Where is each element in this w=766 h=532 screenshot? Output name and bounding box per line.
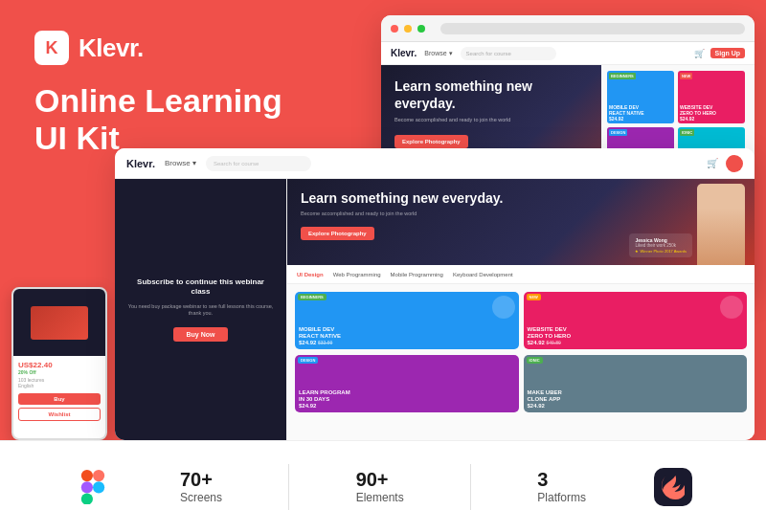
platforms-number: 3 (537, 469, 586, 491)
search-bar-browser[interactable]: Search for course (461, 47, 556, 60)
app-course-card-2[interactable]: NEW WEBSITE DEVZERO TO HERO $24.92 $40.8… (524, 292, 748, 349)
app-hero-person (697, 184, 745, 265)
platforms-label: Platforms (537, 491, 586, 504)
webinar-sub: You need buy package webinar to see full… (126, 303, 275, 318)
app-hero-cta[interactable]: Explore Photography (301, 227, 374, 240)
tab-ui-design[interactable]: UI Design (297, 272, 324, 277)
avatar-app[interactable] (726, 155, 743, 172)
tablet-wishlist-btn[interactable]: Wishlist (18, 408, 101, 421)
tab-web-prog[interactable]: Web Programming (333, 272, 381, 277)
app-search-bar[interactable]: Search for course (206, 156, 311, 171)
divider-1 (288, 464, 289, 510)
nav-actions-browser: 🛒 Sign Up (694, 48, 745, 58)
badge-4: IONIC (527, 357, 543, 364)
instructor-avatar-2 (720, 296, 743, 319)
app-browse-label[interactable]: Browse ▾ (165, 159, 196, 167)
tablet-hero-img (31, 306, 88, 340)
elements-stat: 90+ Elements (356, 469, 404, 504)
webinar-title: Subscribe to continue this webinar class (126, 277, 275, 298)
tagline: Online Learning UI Kit (34, 82, 329, 157)
app-hero-title: Learn something new everyday. (301, 190, 741, 207)
platforms-stat: 3 Platforms (537, 469, 586, 504)
app-nav: Klevr. Browse ▾ Search for course 🛒 (115, 148, 755, 179)
signup-btn-browser[interactable]: Sign Up (710, 48, 745, 58)
maximize-dot[interactable] (417, 25, 425, 33)
app-browse-browser: Browse ▾ (424, 50, 452, 57)
svg-point-4 (93, 481, 104, 493)
course-card-1[interactable]: BEGINNERS MOBILE DEVREACT NATIVE $24.92 (607, 71, 674, 123)
tablet-language: English (18, 383, 101, 388)
minimize-dot[interactable] (404, 25, 412, 33)
course-card-2[interactable]: NEW WEBSITE DEVZERO TO HERO $24.92 (678, 71, 745, 123)
stats-bar: 70+ Screens 90+ Elements 3 Platforms (0, 440, 766, 532)
svg-rect-1 (93, 470, 104, 481)
svg-rect-0 (80, 470, 92, 481)
webinar-buy-btn[interactable]: Buy Now (173, 327, 229, 342)
app-course-grid: BEGINNERS MOBILE DEVREACT NATIVE $24.92 … (287, 284, 755, 440)
winner-badge: Jessica Wong Liked their work 250k ★ Win… (629, 233, 692, 257)
app-hero-strip: Learn something new everyday. Become acc… (287, 179, 755, 265)
tablet-buy-btn[interactable]: Buy (18, 393, 101, 405)
badge-beginners: BEGINNERS (609, 73, 636, 79)
app-nav-icons: 🛒 (707, 155, 743, 172)
logo-row: K Klevr. (34, 31, 329, 65)
cart-icon-browser[interactable]: 🛒 (694, 49, 705, 58)
app-nav-logo-browser: Klevr. (391, 48, 417, 58)
badge-design: DESIGN (609, 129, 627, 136)
webinar-popup: Subscribe to continue this webinar class… (115, 179, 286, 440)
course-info-3: LEARN PROGRAMIN 30 DAYS $24.92 (299, 389, 515, 409)
screens-stat: 70+ Screens (180, 469, 222, 504)
brand-logo-icon: K (34, 31, 69, 65)
svg-rect-5 (654, 468, 692, 506)
category-tabs: UI Design Web Programming Mobile Program… (287, 265, 755, 284)
course-info-1: MOBILE DEVREACT NATIVE $24.92 $32.90 (299, 326, 515, 345)
browser-bar (381, 15, 755, 42)
tablet-mockup: US$22.40 20% Off 103 lectures English Bu… (11, 287, 107, 440)
hero-cta-browser[interactable]: Explore Photography (394, 135, 468, 148)
lesson-panel: Subscribe to continue this webinar class… (115, 179, 287, 440)
app-mockup: Klevr. Browse ▾ Search for course 🛒 Subs… (115, 148, 755, 440)
svg-rect-3 (80, 493, 92, 504)
swift-icon (652, 466, 694, 508)
app-body: Subscribe to continue this webinar class… (115, 179, 755, 440)
hero-subtitle-browser: Become accomplished and ready to join th… (394, 117, 588, 122)
badge-3: DESIGN (298, 357, 318, 364)
tablet-discount: 20% Off (18, 369, 101, 375)
app-course-card-4[interactable]: IONIC MAKE UBERCLONE APP $24.92 (524, 355, 748, 412)
badge-new: NEW (680, 73, 692, 79)
instructor-avatar-1 (492, 296, 515, 319)
course-row-1: BEGINNERS MOBILE DEVREACT NATIVE $24.92 … (607, 71, 749, 123)
course-info-2: WEBSITE DEVZERO TO HERO $24.92 $40.80 (528, 326, 744, 345)
svg-rect-2 (80, 481, 92, 493)
app-hero-subtitle: Become accomplished and ready to join th… (301, 211, 741, 216)
tab-keyboard[interactable]: Keyboard Development (453, 272, 513, 277)
course-row-1-app: BEGINNERS MOBILE DEVREACT NATIVE $24.92 … (295, 292, 747, 349)
close-dot[interactable] (391, 25, 398, 33)
figma-icon (72, 466, 114, 508)
tablet-hero (13, 289, 105, 356)
brand-name: Klevr. (79, 33, 144, 63)
tablet-price: US$22.40 (18, 361, 101, 369)
cart-icon-app[interactable]: 🛒 (707, 158, 718, 168)
elements-label: Elements (356, 491, 404, 504)
screens-label: Screens (180, 491, 222, 504)
divider-2 (470, 464, 471, 510)
badge-1: BEGINNERS (298, 294, 327, 300)
app-logo: Klevr. (126, 158, 155, 169)
course-row-2-app: DESIGN LEARN PROGRAMIN 30 DAYS $24.92 IO… (295, 355, 747, 412)
screens-number: 70+ (180, 469, 222, 491)
address-bar (440, 23, 745, 34)
app-right-panel: Learn something new everyday. Become acc… (287, 179, 755, 440)
badge-2: NEW (527, 294, 541, 300)
app-course-card-1[interactable]: BEGINNERS MOBILE DEVREACT NATIVE $24.92 … (295, 292, 519, 349)
elements-number: 90+ (356, 469, 404, 491)
course-2-info: WEBSITE DEVZERO TO HERO $24.92 (680, 104, 743, 122)
course-info-4: MAKE UBERCLONE APP $24.92 (528, 389, 744, 409)
badge-ionic: IONIC (680, 129, 694, 136)
course-1-info: MOBILE DEVREACT NATIVE $24.92 (609, 104, 672, 122)
tab-mobile-prog[interactable]: Mobile Programming (391, 272, 443, 277)
hero-title-browser: Learn something new everyday. (394, 78, 588, 112)
app-course-card-3[interactable]: DESIGN LEARN PROGRAMIN 30 DAYS $24.92 (295, 355, 519, 412)
tablet-bottom: US$22.40 20% Off 103 lectures English Bu… (13, 356, 105, 426)
